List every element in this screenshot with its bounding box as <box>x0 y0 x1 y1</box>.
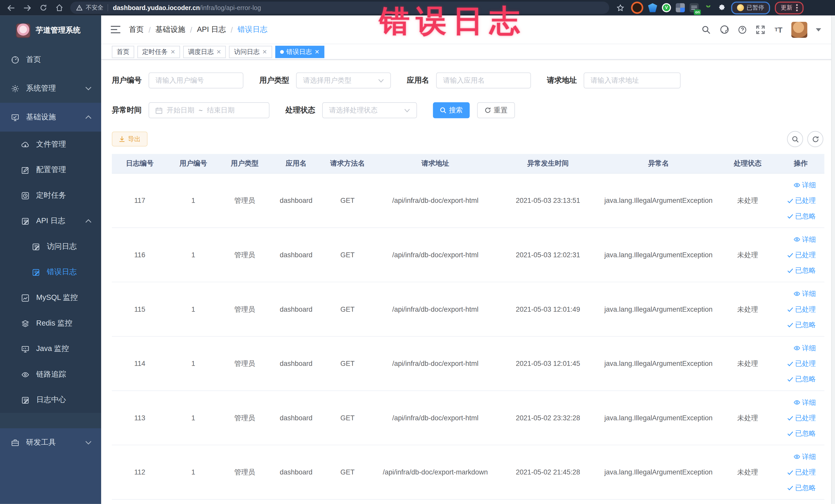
url-path: /infra/log/api-error-log <box>200 4 261 12</box>
sidebar-item-devtools[interactable]: 研发工具 <box>0 428 101 457</box>
extension-icon-grid[interactable] <box>676 3 685 12</box>
github-icon[interactable] <box>719 24 730 35</box>
breadcrumb-item[interactable]: API 日志 <box>197 25 226 34</box>
ignored-link[interactable]: 已忽略 <box>787 374 816 384</box>
tab-调度日志[interactable]: 调度日志✕ <box>183 45 226 58</box>
request-url-input[interactable]: 请输入请求地址 <box>584 73 681 88</box>
detail-link[interactable]: 详细 <box>793 235 816 244</box>
back-icon[interactable] <box>5 2 17 14</box>
detail-link[interactable]: 详细 <box>793 180 816 190</box>
security-warning-icon[interactable] <box>76 2 83 14</box>
date-range-picker[interactable]: 开始日期 ~ 结束日期 <box>149 102 269 118</box>
sidebar-item-label: 定时任务 <box>36 191 66 200</box>
processed-link[interactable]: 已处理 <box>787 413 816 423</box>
sidebar-item-redis[interactable]: Redis 监控 <box>0 311 101 336</box>
extension-icon-orange-ring[interactable] <box>631 2 643 14</box>
avatar[interactable] <box>791 22 807 38</box>
reset-button[interactable]: 重置 <box>477 102 515 118</box>
url-text[interactable]: dashboard.yudao.iocoder.cn/infra/log/api… <box>113 4 261 12</box>
page-scrollbar[interactable] <box>831 15 835 504</box>
column-header: 请求地址 <box>373 159 497 168</box>
font-size-icon[interactable]: TT <box>773 24 784 35</box>
processed-link[interactable]: 已处理 <box>787 359 816 368</box>
user-menu-caret-icon[interactable] <box>816 28 821 31</box>
processed-link[interactable]: 已处理 <box>787 250 816 260</box>
sidebar-item-label: 链路追踪 <box>36 370 66 379</box>
monitor-icon <box>21 345 29 353</box>
hamburger-icon[interactable] <box>111 26 120 34</box>
processed-link[interactable]: 已处理 <box>787 467 816 477</box>
table-body: 1171管理员dashboardGET/api/infra/db-doc/exp… <box>112 174 824 500</box>
toggle-search-button[interactable] <box>787 131 803 147</box>
sidebar-item-java[interactable]: Java 监控 <box>0 336 101 362</box>
security-label[interactable]: 不安全 <box>86 4 103 12</box>
fullscreen-icon[interactable] <box>755 24 766 35</box>
ignored-link[interactable]: 已忽略 <box>787 483 816 492</box>
eye-icon <box>793 290 800 297</box>
home-icon[interactable] <box>53 2 65 14</box>
tab-访问日志[interactable]: 访问日志✕ <box>229 45 272 58</box>
detail-link[interactable]: 详细 <box>793 343 816 353</box>
extension-icon-green-v[interactable]: V <box>662 3 671 12</box>
sidebar-item-log-center[interactable]: 日志中心 <box>0 387 101 413</box>
search-button[interactable]: 搜索 <box>433 102 470 118</box>
sidebar-item-access-log[interactable]: 访问日志 <box>0 234 101 260</box>
app-logo-row[interactable]: 芋道管理系统 <box>0 15 101 45</box>
processed-link[interactable]: 已处理 <box>787 196 816 205</box>
processed-link[interactable]: 已处理 <box>787 304 816 314</box>
sidebar-item-system[interactable]: 系统管理 <box>0 74 101 103</box>
tab-错误日志[interactable]: 错误日志✕ <box>275 45 324 58</box>
sidebar-item-job[interactable]: 定时任务 <box>0 183 101 208</box>
ignored-link[interactable]: 已忽略 <box>787 211 816 221</box>
browser-menu-icon[interactable] <box>796 4 798 11</box>
browser-toolbar: 不安全 dashboard.yudao.iocoder.cn/infra/log… <box>0 0 835 15</box>
detail-link[interactable]: 详细 <box>793 289 816 298</box>
extension-icon-switch[interactable]: on <box>690 3 699 12</box>
ignored-link[interactable]: 已忽略 <box>787 265 816 275</box>
address-bar[interactable]: 不安全 dashboard.yudao.iocoder.cn/infra/log… <box>70 2 609 14</box>
user-type-select[interactable]: 请选择用户类型 <box>296 73 391 88</box>
sidebar-item-infra[interactable]: 基础设施 <box>0 103 101 132</box>
sidebar-item-trace[interactable]: 链路追踪 <box>0 362 101 387</box>
sidebar-item-home[interactable]: 首页 <box>0 45 101 74</box>
extension-icon-sprout[interactable] <box>704 3 713 12</box>
search-icon[interactable] <box>701 24 711 35</box>
tab-定时任务[interactable]: 定时任务✕ <box>137 45 180 58</box>
sidebar-item-error-log[interactable]: 错误日志 <box>0 259 101 285</box>
breadcrumb-item[interactable]: 首页 <box>129 25 144 34</box>
breadcrumb-item[interactable]: 基础设施 <box>156 25 185 34</box>
extension-icon-blue-shield[interactable] <box>648 3 657 12</box>
close-icon[interactable]: ✕ <box>262 49 267 55</box>
export-button[interactable]: 导出 <box>112 132 148 146</box>
close-icon[interactable]: ✕ <box>314 49 319 55</box>
user-id-input[interactable]: 请输入用户编号 <box>149 73 243 88</box>
ignored-link[interactable]: 已忽略 <box>787 320 816 329</box>
cell-app: dashboard <box>270 360 322 367</box>
browser-nav <box>0 2 68 14</box>
tab-首页[interactable]: 首页 <box>112 45 134 58</box>
detail-link[interactable]: 详细 <box>793 398 816 407</box>
sidebar-item-mysql[interactable]: MySQL 监控 <box>0 285 101 311</box>
cell-id: 116 <box>112 251 168 259</box>
main-panel: 首页/基础设施/API 日志/错误日志 TT <box>101 15 835 504</box>
refresh-table-button[interactable] <box>807 131 823 147</box>
tab-label: 首页 <box>117 47 129 56</box>
on-badge: on <box>694 9 701 15</box>
sidebar-item-file[interactable]: 文件管理 <box>0 132 101 157</box>
help-icon[interactable] <box>737 24 748 35</box>
app-name-input[interactable]: 请输入应用名 <box>436 73 531 88</box>
bookmark-star-icon[interactable] <box>614 2 626 14</box>
close-icon[interactable]: ✕ <box>170 49 175 55</box>
detail-link[interactable]: 详细 <box>793 452 816 461</box>
sidebar-item-config[interactable]: 配置管理 <box>0 157 101 183</box>
ignored-link[interactable]: 已忽略 <box>787 428 816 438</box>
profile-paused-badge[interactable]: 已暂停 <box>731 1 770 14</box>
extensions-puzzle-icon[interactable] <box>717 3 727 12</box>
topbar-actions: TT <box>701 22 835 38</box>
close-icon[interactable]: ✕ <box>217 49 221 55</box>
process-status-select[interactable]: 请选择处理状态 <box>322 102 417 118</box>
chrome-update-badge[interactable]: 更新 <box>775 1 804 14</box>
reload-icon[interactable] <box>37 2 49 14</box>
forward-icon[interactable] <box>21 2 33 14</box>
sidebar-item-api-log[interactable]: API 日志 <box>0 208 101 234</box>
